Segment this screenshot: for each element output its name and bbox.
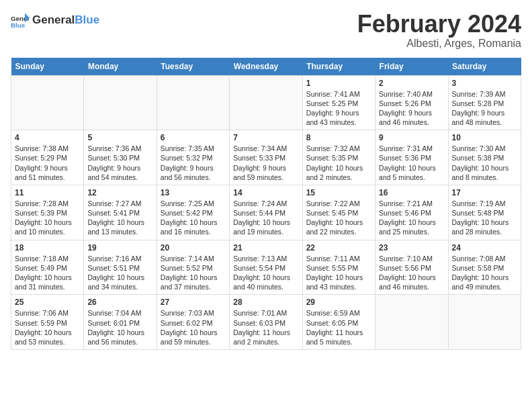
week-row-1: 1Sunrise: 7:41 AM Sunset: 5:25 PM Daylig… bbox=[11, 75, 521, 130]
logo-general-text: General bbox=[32, 13, 75, 26]
calendar-cell: 8Sunrise: 7:32 AM Sunset: 5:35 PM Daylig… bbox=[302, 130, 375, 185]
calendar-cell: 1Sunrise: 7:41 AM Sunset: 5:25 PM Daylig… bbox=[302, 75, 375, 130]
week-row-3: 11Sunrise: 7:28 AM Sunset: 5:39 PM Dayli… bbox=[11, 185, 521, 240]
cell-content: Sunrise: 7:22 AM Sunset: 5:45 PM Dayligh… bbox=[306, 199, 371, 237]
week-row-2: 4Sunrise: 7:38 AM Sunset: 5:29 PM Daylig… bbox=[11, 130, 521, 185]
calendar-cell: 22Sunrise: 7:11 AM Sunset: 5:55 PM Dayli… bbox=[302, 240, 375, 295]
cell-content: Sunrise: 7:27 AM Sunset: 5:41 PM Dayligh… bbox=[87, 199, 152, 237]
cell-content: Sunrise: 7:35 AM Sunset: 5:32 PM Dayligh… bbox=[161, 144, 226, 182]
day-header-thursday: Thursday bbox=[302, 58, 375, 76]
calendar-cell bbox=[84, 75, 157, 130]
cell-content: Sunrise: 7:14 AM Sunset: 5:52 PM Dayligh… bbox=[161, 254, 226, 292]
date-number: 22 bbox=[306, 243, 371, 253]
cell-content: Sunrise: 7:32 AM Sunset: 5:35 PM Dayligh… bbox=[306, 144, 371, 182]
cell-content: Sunrise: 7:41 AM Sunset: 5:25 PM Dayligh… bbox=[306, 89, 371, 128]
cell-content: Sunrise: 7:21 AM Sunset: 5:46 PM Dayligh… bbox=[379, 199, 444, 237]
calendar-cell: 5Sunrise: 7:36 AM Sunset: 5:30 PM Daylig… bbox=[84, 130, 157, 185]
calendar-cell: 26Sunrise: 7:04 AM Sunset: 6:01 PM Dayli… bbox=[84, 295, 157, 350]
calendar-cell: 7Sunrise: 7:34 AM Sunset: 5:33 PM Daylig… bbox=[230, 130, 302, 185]
calendar-cell bbox=[11, 75, 84, 130]
cell-content: Sunrise: 7:04 AM Sunset: 6:01 PM Dayligh… bbox=[87, 308, 152, 347]
date-number: 28 bbox=[233, 298, 298, 307]
calendar-cell: 25Sunrise: 7:06 AM Sunset: 5:59 PM Dayli… bbox=[11, 295, 84, 350]
calendar-cell: 19Sunrise: 7:16 AM Sunset: 5:51 PM Dayli… bbox=[84, 240, 157, 295]
day-header-monday: Monday bbox=[84, 58, 157, 76]
calendar-cell: 12Sunrise: 7:27 AM Sunset: 5:41 PM Dayli… bbox=[84, 185, 157, 240]
date-number: 23 bbox=[379, 243, 444, 253]
cell-content: Sunrise: 7:06 AM Sunset: 5:59 PM Dayligh… bbox=[15, 308, 80, 347]
date-number: 29 bbox=[306, 298, 371, 307]
logo: General Blue GeneralBlue bbox=[11, 11, 99, 30]
date-number: 26 bbox=[87, 298, 152, 307]
calendar-table: SundayMondayTuesdayWednesdayThursdayFrid… bbox=[11, 58, 521, 350]
header: General Blue GeneralBlue February 2024 A… bbox=[11, 11, 521, 50]
calendar-cell: 21Sunrise: 7:13 AM Sunset: 5:54 PM Dayli… bbox=[230, 240, 302, 295]
calendar-cell: 20Sunrise: 7:14 AM Sunset: 5:52 PM Dayli… bbox=[157, 240, 229, 295]
date-number: 20 bbox=[161, 243, 226, 253]
calendar-cell bbox=[375, 295, 448, 350]
date-number: 18 bbox=[15, 243, 80, 253]
calendar-body: 1Sunrise: 7:41 AM Sunset: 5:25 PM Daylig… bbox=[11, 75, 521, 349]
logo-icon: General Blue bbox=[11, 11, 30, 30]
day-header-friday: Friday bbox=[375, 58, 448, 76]
calendar-cell: 16Sunrise: 7:21 AM Sunset: 5:46 PM Dayli… bbox=[375, 185, 448, 240]
date-number: 9 bbox=[379, 133, 444, 142]
day-header-sunday: Sunday bbox=[11, 58, 84, 76]
days-header-row: SundayMondayTuesdayWednesdayThursdayFrid… bbox=[11, 58, 521, 76]
calendar-cell: 24Sunrise: 7:08 AM Sunset: 5:58 PM Dayli… bbox=[448, 240, 521, 295]
date-number: 4 bbox=[15, 133, 80, 142]
calendar-cell: 17Sunrise: 7:19 AM Sunset: 5:48 PM Dayli… bbox=[448, 185, 521, 240]
svg-text:Blue: Blue bbox=[11, 21, 26, 29]
date-number: 1 bbox=[306, 79, 371, 88]
calendar-cell: 28Sunrise: 7:01 AM Sunset: 6:03 PM Dayli… bbox=[230, 295, 302, 350]
logo-blue-text: Blue bbox=[75, 13, 99, 26]
cell-content: Sunrise: 7:18 AM Sunset: 5:49 PM Dayligh… bbox=[15, 254, 80, 292]
cell-content: Sunrise: 7:38 AM Sunset: 5:29 PM Dayligh… bbox=[15, 144, 80, 182]
week-row-5: 25Sunrise: 7:06 AM Sunset: 5:59 PM Dayli… bbox=[11, 295, 521, 350]
day-header-tuesday: Tuesday bbox=[157, 58, 229, 76]
date-number: 13 bbox=[161, 188, 226, 197]
cell-content: Sunrise: 6:59 AM Sunset: 6:05 PM Dayligh… bbox=[306, 308, 371, 347]
calendar-cell: 2Sunrise: 7:40 AM Sunset: 5:26 PM Daylig… bbox=[375, 75, 448, 130]
date-number: 24 bbox=[452, 243, 517, 253]
calendar-cell: 3Sunrise: 7:39 AM Sunset: 5:28 PM Daylig… bbox=[448, 75, 521, 130]
calendar-cell bbox=[230, 75, 302, 130]
cell-content: Sunrise: 7:01 AM Sunset: 6:03 PM Dayligh… bbox=[233, 308, 298, 347]
cell-content: Sunrise: 7:13 AM Sunset: 5:54 PM Dayligh… bbox=[233, 254, 298, 292]
calendar-cell: 23Sunrise: 7:10 AM Sunset: 5:56 PM Dayli… bbox=[375, 240, 448, 295]
date-number: 25 bbox=[15, 298, 80, 307]
date-number: 17 bbox=[452, 188, 517, 197]
date-number: 14 bbox=[233, 188, 298, 197]
title-area: February 2024 Albesti, Arges, Romania bbox=[357, 11, 521, 50]
calendar-cell: 27Sunrise: 7:03 AM Sunset: 6:02 PM Dayli… bbox=[157, 295, 229, 350]
calendar-cell: 6Sunrise: 7:35 AM Sunset: 5:32 PM Daylig… bbox=[157, 130, 229, 185]
cell-content: Sunrise: 7:36 AM Sunset: 5:30 PM Dayligh… bbox=[87, 144, 152, 182]
date-number: 21 bbox=[233, 243, 298, 253]
cell-content: Sunrise: 7:03 AM Sunset: 6:02 PM Dayligh… bbox=[161, 308, 226, 347]
date-number: 7 bbox=[233, 133, 298, 142]
calendar-cell: 18Sunrise: 7:18 AM Sunset: 5:49 PM Dayli… bbox=[11, 240, 84, 295]
cell-content: Sunrise: 7:34 AM Sunset: 5:33 PM Dayligh… bbox=[233, 144, 298, 182]
calendar-cell: 14Sunrise: 7:24 AM Sunset: 5:44 PM Dayli… bbox=[230, 185, 302, 240]
date-number: 12 bbox=[87, 188, 152, 197]
date-number: 8 bbox=[306, 133, 371, 142]
date-number: 6 bbox=[161, 133, 226, 142]
date-number: 2 bbox=[379, 79, 444, 88]
cell-content: Sunrise: 7:40 AM Sunset: 5:26 PM Dayligh… bbox=[379, 89, 444, 128]
cell-content: Sunrise: 7:24 AM Sunset: 5:44 PM Dayligh… bbox=[233, 199, 298, 237]
date-number: 10 bbox=[452, 133, 517, 142]
calendar-cell: 4Sunrise: 7:38 AM Sunset: 5:29 PM Daylig… bbox=[11, 130, 84, 185]
calendar-cell: 11Sunrise: 7:28 AM Sunset: 5:39 PM Dayli… bbox=[11, 185, 84, 240]
calendar-cell: 29Sunrise: 6:59 AM Sunset: 6:05 PM Dayli… bbox=[302, 295, 375, 350]
date-number: 3 bbox=[452, 79, 517, 88]
calendar-cell: 9Sunrise: 7:31 AM Sunset: 5:36 PM Daylig… bbox=[375, 130, 448, 185]
calendar-cell: 10Sunrise: 7:30 AM Sunset: 5:38 PM Dayli… bbox=[448, 130, 521, 185]
calendar-cell bbox=[157, 75, 229, 130]
cell-content: Sunrise: 7:16 AM Sunset: 5:51 PM Dayligh… bbox=[87, 254, 152, 292]
cell-content: Sunrise: 7:10 AM Sunset: 5:56 PM Dayligh… bbox=[379, 254, 444, 292]
day-header-wednesday: Wednesday bbox=[230, 58, 302, 76]
cell-content: Sunrise: 7:31 AM Sunset: 5:36 PM Dayligh… bbox=[379, 144, 444, 182]
cell-content: Sunrise: 7:11 AM Sunset: 5:55 PM Dayligh… bbox=[306, 254, 371, 292]
cell-content: Sunrise: 7:08 AM Sunset: 5:58 PM Dayligh… bbox=[452, 254, 517, 292]
main-title: February 2024 bbox=[357, 11, 521, 38]
